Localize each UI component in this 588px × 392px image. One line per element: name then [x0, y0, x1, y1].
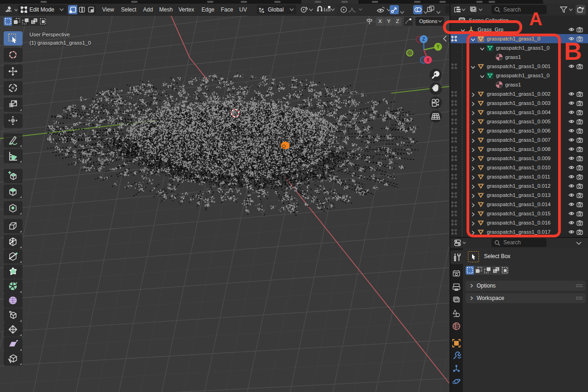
svg-text:X: X: [427, 58, 430, 63]
svg-text:Z: Z: [422, 37, 425, 42]
svg-text:Y: Y: [437, 44, 440, 49]
